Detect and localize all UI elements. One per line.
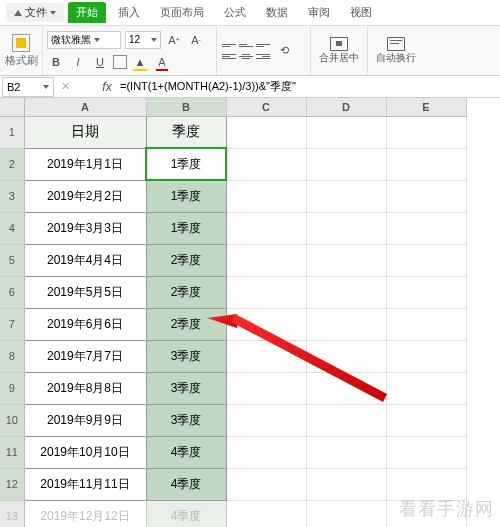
file-menu[interactable]: 文件 [6, 3, 64, 22]
tab-formulas[interactable]: 公式 [216, 2, 254, 23]
cell[interactable]: 2019年4月4日 [24, 244, 146, 276]
cell[interactable] [306, 180, 386, 212]
row-header[interactable]: 3 [0, 180, 24, 212]
cell[interactable] [306, 404, 386, 436]
cell[interactable] [226, 244, 306, 276]
cell[interactable] [306, 276, 386, 308]
cell[interactable] [306, 340, 386, 372]
cell[interactable] [226, 180, 306, 212]
row-header[interactable]: 7 [0, 308, 24, 340]
cell[interactable]: 3季度 [146, 372, 226, 404]
cell[interactable]: 2019年9月9日 [24, 404, 146, 436]
cell[interactable] [386, 404, 466, 436]
increase-font-button[interactable]: A+ [165, 31, 183, 49]
name-box[interactable]: B2 [2, 77, 54, 97]
col-header-c[interactable]: C [226, 98, 306, 116]
cell[interactable]: 3季度 [146, 340, 226, 372]
bold-button[interactable]: B [47, 53, 65, 71]
cell[interactable] [386, 372, 466, 404]
cell[interactable] [386, 116, 466, 148]
align-right-button[interactable] [255, 51, 271, 61]
cell[interactable] [226, 340, 306, 372]
cell[interactable]: 2019年12月12日 [24, 500, 146, 527]
cell[interactable] [226, 308, 306, 340]
borders-button[interactable] [113, 55, 127, 69]
cell[interactable] [226, 212, 306, 244]
format-painter-button[interactable]: 格式刷 [4, 34, 38, 68]
cell[interactable]: 2季度 [146, 276, 226, 308]
cell[interactable]: 2季度 [146, 244, 226, 276]
cell[interactable] [306, 244, 386, 276]
row-header[interactable]: 6 [0, 276, 24, 308]
cell[interactable] [306, 436, 386, 468]
cell[interactable] [226, 468, 306, 500]
fx-cancel-icon[interactable]: ✕ [56, 78, 74, 96]
select-all-corner[interactable] [0, 98, 24, 116]
cell[interactable]: 日期 [24, 116, 146, 148]
tab-home[interactable]: 开始 [68, 2, 106, 23]
cell[interactable] [226, 148, 306, 180]
cell[interactable] [306, 148, 386, 180]
cell[interactable] [386, 468, 466, 500]
fill-color-button[interactable]: ▲ [131, 53, 149, 71]
wrap-text-button[interactable]: 自动换行 [372, 37, 420, 65]
cell[interactable] [386, 148, 466, 180]
cell[interactable]: 2季度 [146, 308, 226, 340]
cell[interactable]: 4季度 [146, 436, 226, 468]
cell[interactable]: 2019年2月2日 [24, 180, 146, 212]
font-size-select[interactable]: 12 [125, 31, 161, 49]
decrease-font-button[interactable]: A- [187, 31, 205, 49]
cell[interactable] [226, 116, 306, 148]
row-header[interactable]: 9 [0, 372, 24, 404]
row-header[interactable]: 1 [0, 116, 24, 148]
row-header[interactable]: 4 [0, 212, 24, 244]
cell[interactable]: 2019年8月8日 [24, 372, 146, 404]
row-header[interactable]: 13 [0, 500, 24, 527]
cell[interactable]: 2019年11月11日 [24, 468, 146, 500]
cell[interactable] [386, 244, 466, 276]
cell[interactable] [226, 436, 306, 468]
col-header-b[interactable]: B [146, 98, 226, 116]
cell[interactable]: 4季度 [146, 468, 226, 500]
align-top-button[interactable] [221, 40, 237, 50]
cell[interactable]: 1季度 [146, 212, 226, 244]
cell[interactable]: 2019年10月10日 [24, 436, 146, 468]
underline-button[interactable]: U [91, 53, 109, 71]
cell-active[interactable]: 1季度 [146, 148, 226, 180]
col-header-a[interactable]: A [24, 98, 146, 116]
merge-center-button[interactable]: 合并居中 [315, 37, 363, 65]
align-middle-button[interactable] [238, 40, 254, 50]
tab-page-layout[interactable]: 页面布局 [152, 2, 212, 23]
row-header[interactable]: 10 [0, 404, 24, 436]
tab-data[interactable]: 数据 [258, 2, 296, 23]
fx-icon[interactable]: fx [98, 80, 116, 94]
align-left-button[interactable] [221, 51, 237, 61]
grid-table[interactable]: A B C D E 1 日期 季度 2 2019年1月1日 1季度 3 2019… [0, 98, 467, 527]
cell[interactable] [386, 436, 466, 468]
col-header-d[interactable]: D [306, 98, 386, 116]
italic-button[interactable]: I [69, 53, 87, 71]
cell[interactable] [306, 500, 386, 527]
row-header[interactable]: 5 [0, 244, 24, 276]
cell[interactable] [386, 340, 466, 372]
align-center-button[interactable] [238, 51, 254, 61]
cell[interactable] [226, 276, 306, 308]
cell[interactable] [386, 276, 466, 308]
tab-insert[interactable]: 插入 [110, 2, 148, 23]
font-color-button[interactable]: A [153, 53, 171, 71]
col-header-e[interactable]: E [386, 98, 466, 116]
cell[interactable] [306, 468, 386, 500]
cell[interactable] [306, 212, 386, 244]
row-header[interactable]: 2 [0, 148, 24, 180]
row-header[interactable]: 12 [0, 468, 24, 500]
font-name-select[interactable]: 微软雅黑 [47, 31, 121, 49]
cell[interactable] [306, 372, 386, 404]
cell[interactable] [226, 500, 306, 527]
cell[interactable] [386, 212, 466, 244]
cell[interactable]: 1季度 [146, 180, 226, 212]
cell[interactable]: 3季度 [146, 404, 226, 436]
cell[interactable] [306, 308, 386, 340]
cell[interactable]: 2019年3月3日 [24, 212, 146, 244]
tab-view[interactable]: 视图 [342, 2, 380, 23]
cell[interactable] [226, 404, 306, 436]
